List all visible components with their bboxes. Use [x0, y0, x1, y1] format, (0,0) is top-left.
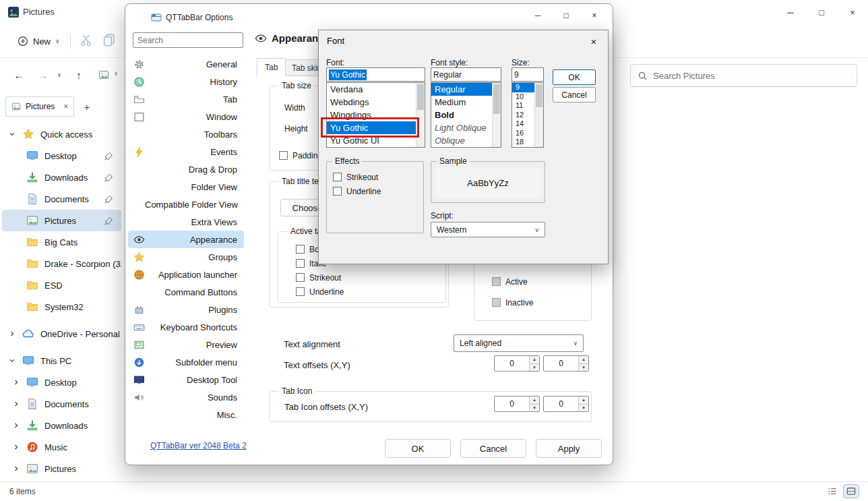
forward-button[interactable]: →: [34, 65, 53, 84]
spinner-up-icon[interactable]: ▲: [530, 356, 539, 364]
options-search-input[interactable]: [137, 36, 239, 45]
explorer-close-button[interactable]: ×: [837, 1, 868, 24]
spinner-up-icon[interactable]: ▲: [530, 396, 539, 405]
options-nav-item-appearance[interactable]: Appearance: [128, 231, 244, 248]
checkbox-row-underline[interactable]: Underline: [296, 285, 344, 299]
list-item-14[interactable]: 14: [512, 119, 534, 129]
font-ok-button[interactable]: OK: [553, 69, 596, 85]
text-offset-y-spinner[interactable]: 0 ▲▼: [543, 355, 589, 372]
size-list-scrollbar[interactable]: [534, 83, 543, 147]
sidebar-item-system32[interactable]: System32: [2, 296, 121, 318]
options-nav-item-groups[interactable]: Groups: [128, 248, 244, 266]
strikeout-checkbox-row[interactable]: Strikeout: [333, 170, 378, 184]
list-item-webdings[interactable]: Webdings: [327, 96, 416, 109]
options-nav-item-misc[interactable]: Misc.: [128, 406, 244, 423]
up-button[interactable]: ↑: [69, 65, 88, 84]
options-nav-item-drag-drop[interactable]: Drag & Drop: [128, 160, 244, 178]
sidebar-item-pictures[interactable]: Pictures: [2, 210, 121, 231]
options-nav-item-command-buttons[interactable]: Command Buttons: [128, 283, 244, 301]
apply-button[interactable]: Apply: [536, 439, 602, 458]
chevron-right-icon[interactable]: [9, 330, 22, 337]
spinner-down-icon[interactable]: ▼: [530, 405, 539, 412]
tab-close-icon[interactable]: ×: [63, 102, 68, 111]
sidebar-item-documents[interactable]: Documents: [2, 188, 121, 210]
active-checkbox[interactable]: [492, 277, 501, 286]
list-item-oblique[interactable]: Oblique: [431, 134, 492, 147]
options-nav-item-preview[interactable]: Preview: [128, 336, 244, 353]
details-view-icon[interactable]: [825, 485, 840, 498]
list-item-regular[interactable]: Regular: [431, 83, 492, 96]
strikeout-checkbox[interactable]: [333, 173, 342, 181]
bold-checkbox[interactable]: [296, 245, 305, 254]
padding-checkbox[interactable]: [279, 151, 288, 160]
tab-pictures[interactable]: Pictures ×: [5, 96, 74, 117]
font-name-input[interactable]: Yu Gothic: [326, 67, 425, 82]
sidebar-item-this-pc[interactable]: This PC: [2, 350, 121, 372]
list-item-12[interactable]: 12: [512, 111, 534, 120]
font-style-list[interactable]: RegularMediumBoldLight ObliqueOblique: [431, 82, 501, 148]
options-nav-item-toolbars[interactable]: Toolbars: [128, 125, 244, 143]
recent-locations-button[interactable]: ∨: [54, 68, 65, 82]
explorer-maximize-button[interactable]: □: [806, 1, 837, 24]
new-tab-button[interactable]: +: [80, 100, 94, 113]
chevron-right-icon[interactable]: [13, 422, 26, 429]
sidebar-item-big-cats[interactable]: Big Cats: [2, 231, 121, 253]
new-button[interactable]: New ∨: [9, 30, 68, 52]
options-nav-item-tab[interactable]: Tab: [128, 90, 244, 108]
sidebar-item-music[interactable]: Music: [2, 436, 121, 458]
padding-checkbox-row[interactable]: Padding: [279, 148, 322, 163]
sidebar-item-downloads[interactable]: Downloads: [2, 167, 121, 188]
options-nav-item-keyboard-shortcuts[interactable]: Keyboard Shortcuts: [128, 318, 244, 336]
explorer-search-input[interactable]: [653, 71, 850, 81]
font-size-list[interactable]: 9101112141618: [512, 82, 544, 148]
spinner-up-icon[interactable]: ▲: [579, 356, 588, 364]
options-nav-item-compatible-folder-view[interactable]: Compatible Folder View: [128, 196, 244, 213]
chevron-right-icon[interactable]: [13, 465, 26, 472]
list-item-light-oblique[interactable]: Light Oblique: [431, 121, 492, 134]
options-search-box[interactable]: [133, 32, 243, 48]
tab-control-tab[interactable]: Tab: [257, 58, 286, 76]
spinner-down-icon[interactable]: ▼: [579, 405, 588, 412]
font-cancel-button[interactable]: Cancel: [553, 87, 596, 102]
explorer-minimize-button[interactable]: ─: [775, 1, 806, 24]
list-item-9[interactable]: 9: [512, 83, 534, 92]
tab-icon-offset-x-spinner[interactable]: 0 ▲▼: [494, 396, 540, 412]
list-item-medium[interactable]: Medium: [431, 96, 492, 109]
active-checkbox-row[interactable]: Active: [492, 274, 528, 289]
checkbox-row-strikeout[interactable]: Strikeout: [296, 270, 344, 285]
text-offset-x-spinner[interactable]: 0 ▲▼: [494, 355, 540, 372]
sidebar-item-pictures[interactable]: Pictures: [2, 458, 121, 479]
font-size-input[interactable]: 9: [512, 67, 544, 82]
chevron-down-icon[interactable]: [9, 357, 22, 364]
list-item-verdana[interactable]: Verdana: [327, 83, 416, 96]
copy-icon[interactable]: [102, 33, 116, 47]
sidebar-item-desktop[interactable]: Desktop: [2, 372, 121, 393]
sidebar-item-desktop[interactable]: Desktop: [2, 145, 121, 167]
list-item-bold[interactable]: Bold: [431, 109, 492, 121]
version-link[interactable]: QTTabBar ver 2048 Beta 2: [150, 441, 247, 450]
list-item-10[interactable]: 10: [512, 92, 534, 102]
options-nav-item-events[interactable]: Events: [128, 143, 244, 160]
sidebar-item-drake-scorpion-320[interactable]: Drake - Scorpion (320): [2, 253, 121, 274]
sidebar-item-documents[interactable]: Documents: [2, 393, 121, 415]
spinner-up-icon[interactable]: ▲: [579, 396, 588, 405]
thumbnail-view-icon[interactable]: [844, 485, 859, 498]
text-al ignment-dropdown[interactable]: Left aligned ∨: [454, 334, 584, 352]
font-style-input[interactable]: Regular: [431, 67, 501, 82]
list-item-11[interactable]: 11: [512, 101, 534, 111]
strikeout-checkbox[interactable]: [296, 273, 305, 282]
options-nav-item-history[interactable]: History: [128, 73, 244, 90]
sidebar-item-onedrive-personal[interactable]: OneDrive - Personal: [2, 323, 121, 345]
options-nav-item-desktop-tool[interactable]: Desktop Tool: [128, 371, 244, 388]
options-minimize-button[interactable]: ─: [524, 6, 552, 25]
sidebar-item-esd[interactable]: ESD: [2, 274, 121, 296]
options-nav-item-subfolder-menu[interactable]: Subfolder menu: [128, 353, 244, 371]
font-name-list[interactable]: VerdanaWebdingsWingdingsYu GothicYu Goth…: [326, 82, 425, 148]
spinner-down-icon[interactable]: ▼: [530, 364, 539, 372]
options-nav-item-plugins[interactable]: Plugins: [128, 301, 244, 318]
cut-icon[interactable]: [80, 33, 94, 47]
underline-checkbox-row[interactable]: Underline: [333, 184, 381, 198]
options-nav-item-extra-views[interactable]: Extra Views: [128, 213, 244, 231]
chevron-down-icon[interactable]: [9, 131, 22, 138]
inactive-checkbox-row[interactable]: Inactive: [492, 295, 533, 310]
